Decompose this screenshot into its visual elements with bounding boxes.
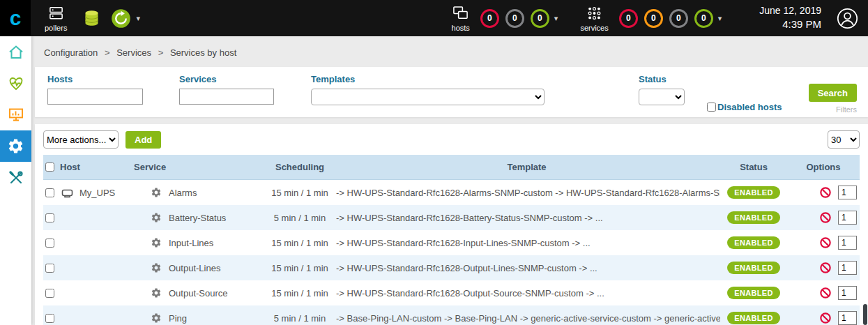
table-header-row: Host Service Scheduling Template Status … bbox=[43, 155, 860, 180]
row-checkbox[interactable] bbox=[45, 239, 54, 248]
status-badge: ENABLED bbox=[727, 287, 779, 299]
services-status-menu[interactable]: services bbox=[580, 5, 608, 32]
disabled-hosts-toggle[interactable]: Disabled hosts bbox=[707, 102, 782, 112]
services-status-counters: 0000 bbox=[613, 9, 713, 28]
filters-caption: Filters bbox=[836, 105, 857, 114]
templates-filter-select[interactable] bbox=[311, 89, 545, 105]
counter-badge[interactable]: 0 bbox=[669, 9, 688, 28]
col-header-template[interactable]: Template bbox=[333, 162, 720, 172]
service-gear-icon bbox=[151, 262, 162, 273]
breadcrumb-services[interactable]: Services bbox=[116, 47, 151, 58]
heartbeat-icon bbox=[8, 75, 24, 92]
add-button[interactable]: Add bbox=[125, 131, 161, 149]
hosts-filter-label: Hosts bbox=[47, 74, 143, 84]
disable-icon[interactable] bbox=[819, 236, 832, 249]
row-checkbox[interactable] bbox=[45, 314, 54, 323]
counter-badge[interactable]: 0 bbox=[644, 9, 663, 28]
options-count-input[interactable] bbox=[838, 261, 857, 275]
counter-badge[interactable]: 0 bbox=[694, 9, 713, 28]
chevron-down-icon[interactable]: ▾ bbox=[718, 14, 722, 23]
breadcrumb-configuration[interactable]: Configuration bbox=[44, 47, 98, 58]
options-count-input[interactable] bbox=[838, 311, 857, 325]
chevron-down-icon[interactable]: ▾ bbox=[136, 14, 140, 23]
pollers-label: pollers bbox=[45, 24, 67, 32]
disable-icon[interactable] bbox=[819, 312, 832, 324]
counter-badge[interactable]: 0 bbox=[531, 9, 549, 28]
table-row: Ping 5 min / 1 min -> Base-Ping-LAN-cust… bbox=[43, 305, 860, 325]
service-name[interactable]: Alarms bbox=[169, 188, 197, 198]
col-header-status[interactable]: Status bbox=[720, 162, 787, 172]
sidebar-item-administration[interactable] bbox=[0, 162, 31, 193]
disabled-hosts-label: Disabled hosts bbox=[717, 102, 782, 112]
sidebar-item-reporting[interactable] bbox=[0, 99, 31, 130]
disabled-hosts-checkbox[interactable] bbox=[707, 103, 716, 112]
col-header-service[interactable]: Service bbox=[134, 162, 266, 172]
services-filter-label: Services bbox=[179, 74, 274, 84]
col-header-scheduling[interactable]: Scheduling bbox=[266, 162, 333, 172]
templates-filter-field: Templates bbox=[311, 74, 545, 117]
col-header-host[interactable]: Host bbox=[60, 162, 134, 172]
vertical-scrollbar-thumb[interactable] bbox=[863, 304, 867, 325]
service-name[interactable]: Input-Lines bbox=[169, 238, 213, 248]
row-checkbox[interactable] bbox=[45, 213, 54, 222]
status-filter-select[interactable] bbox=[639, 89, 685, 105]
service-name[interactable]: Ping bbox=[169, 313, 187, 324]
chevron-down-icon[interactable]: ▾ bbox=[554, 14, 558, 23]
database-status-icon[interactable] bbox=[82, 9, 101, 28]
template-chain: -> HW-UPS-Standard-Rfc1628-Output-Lines-… bbox=[333, 263, 720, 273]
template-chain: -> HW-UPS-Standard-Rfc1628-Input-Lines-S… bbox=[333, 238, 720, 248]
scheduling-value: 5 min / 1 min bbox=[266, 213, 333, 223]
application-window: c pollers bbox=[0, 0, 868, 325]
centreon-logo-glyph: c bbox=[10, 6, 22, 30]
options-count-input[interactable] bbox=[838, 186, 857, 199]
service-name[interactable]: Battery-Status bbox=[169, 213, 226, 223]
poller-ok-status-icon[interactable] bbox=[111, 8, 131, 29]
hosts-status-menu[interactable]: hosts bbox=[452, 5, 470, 32]
table-body: My_UPS Alarms 15 min / 1 min -> HW-UPS-S… bbox=[43, 180, 860, 325]
current-date: June 12, 2019 bbox=[759, 4, 821, 17]
status-badge: ENABLED bbox=[727, 186, 779, 199]
breadcrumb-separator: > bbox=[100, 47, 114, 58]
user-menu[interactable] bbox=[837, 8, 858, 29]
host-icon bbox=[60, 186, 75, 200]
counter-badge[interactable]: 0 bbox=[505, 9, 524, 28]
user-icon bbox=[837, 8, 858, 29]
template-chain: -> Base-Ping-LAN-custom -> Base-Ping-LAN… bbox=[333, 313, 720, 324]
sidebar-item-monitoring[interactable] bbox=[0, 68, 31, 99]
service-name[interactable]: Output-Source bbox=[169, 288, 228, 298]
scheduling-value: 15 min / 1 min bbox=[266, 288, 333, 298]
counter-badge[interactable]: 0 bbox=[480, 9, 499, 28]
status-badge: ENABLED bbox=[727, 236, 779, 249]
row-checkbox[interactable] bbox=[45, 264, 54, 273]
status-badge: ENABLED bbox=[727, 312, 779, 324]
options-count-input[interactable] bbox=[838, 286, 857, 300]
report-chart-icon bbox=[8, 107, 24, 123]
disable-icon[interactable] bbox=[819, 186, 832, 199]
filter-panel: Hosts Services Templates Status Disabled… bbox=[35, 67, 868, 117]
pollers-menu[interactable]: pollers bbox=[45, 5, 67, 32]
sidebar-item-home[interactable] bbox=[0, 36, 31, 68]
row-checkbox[interactable] bbox=[45, 188, 54, 197]
services-table: Host Service Scheduling Template Status … bbox=[43, 155, 860, 325]
service-gear-icon bbox=[151, 187, 162, 198]
table-row: Battery-Status 5 min / 1 min -> HW-UPS-S… bbox=[43, 205, 860, 230]
row-checkbox[interactable] bbox=[45, 289, 54, 298]
disable-icon[interactable] bbox=[819, 287, 832, 299]
service-name[interactable]: Output-Lines bbox=[169, 263, 220, 273]
disable-icon[interactable] bbox=[819, 211, 832, 224]
options-count-input[interactable] bbox=[838, 211, 857, 225]
services-filter-input[interactable] bbox=[179, 89, 274, 105]
disable-icon[interactable] bbox=[819, 262, 832, 274]
page-size-select[interactable]: 30 bbox=[828, 130, 860, 149]
host-name[interactable]: My_UPS bbox=[79, 188, 115, 198]
centreon-logo[interactable]: c bbox=[0, 0, 31, 36]
select-all-checkbox[interactable] bbox=[45, 162, 54, 172]
hosts-filter-input[interactable] bbox=[47, 89, 143, 105]
col-header-options: Options bbox=[787, 162, 860, 172]
sidebar-item-configuration[interactable] bbox=[0, 130, 31, 162]
counter-badge[interactable]: 0 bbox=[619, 9, 638, 28]
status-badge: ENABLED bbox=[727, 262, 779, 274]
search-button[interactable]: Search bbox=[809, 84, 857, 102]
more-actions-select[interactable]: More actions... bbox=[43, 130, 119, 149]
options-count-input[interactable] bbox=[838, 236, 857, 250]
